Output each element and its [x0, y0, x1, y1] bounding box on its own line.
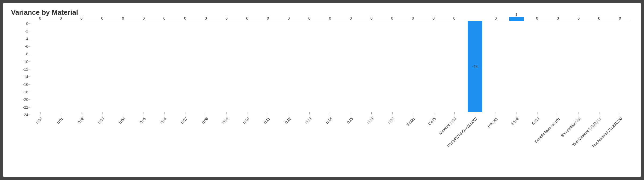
x-tick-mark [330, 112, 330, 114]
x-tick-mark [454, 112, 455, 114]
x-tick-mark [164, 112, 165, 114]
x-tick-mark [123, 112, 123, 114]
bar-slot: 0I104 [113, 18, 133, 166]
x-tick-mark [144, 112, 144, 114]
chart-title: Variance by Material [11, 8, 633, 17]
x-tick-label: I114 [325, 116, 333, 125]
x-tick-mark [185, 112, 185, 114]
x-tick-mark [247, 112, 247, 114]
x-tick-label: I111 [263, 116, 271, 125]
x-tick-label: I112 [283, 116, 292, 125]
x-tick-label: I120 [387, 116, 395, 125]
y-tick-label: -4 [25, 37, 28, 41]
x-tick-mark [40, 112, 41, 114]
bar-slot: 0I101 [50, 18, 71, 166]
x-tick-mark [289, 112, 289, 114]
chart-area: 0-2-4-6-8-10-12-14-16-18-20-22-24 0I1000… [11, 18, 633, 168]
bar-value-label: 0 [133, 16, 154, 20]
x-tick-label: I113 [304, 116, 313, 125]
bar-value-label: 0 [175, 16, 195, 20]
y-tick-label: -8 [25, 52, 28, 56]
bar-slot: 0SampleMaterial [568, 18, 589, 166]
bar-value-label: 0 [154, 16, 175, 20]
bar-slot: 0Test Material 21022111 [589, 18, 610, 166]
bar-value-label: -24 [465, 64, 485, 69]
x-tick-mark [558, 112, 558, 114]
x-tick-mark [475, 112, 475, 114]
bar-value-label: 0 [113, 16, 133, 20]
bar-slot: 054321 [402, 18, 423, 166]
bar-value-label: 0 [589, 16, 610, 20]
x-tick-label: I108 [201, 116, 209, 125]
bar-value-label: 0 [258, 16, 278, 20]
x-tick-mark [268, 112, 268, 114]
bar-slot: 0I106 [154, 18, 175, 166]
y-tick-label: -12 [23, 67, 28, 71]
bar-slot: 0I100 [30, 18, 50, 166]
bar-value-label: 0 [423, 16, 444, 20]
bar-slot: 0RACK1 [485, 18, 506, 166]
bar-value-label: 0 [71, 16, 92, 20]
x-tick-label: S102 [510, 116, 519, 126]
x-tick-mark [620, 112, 620, 114]
x-tick-mark [82, 112, 82, 114]
bar-slot: 0I105 [133, 18, 154, 166]
bar-slot: 0Test Material 211231230 [610, 18, 630, 166]
bar-value-label: 0 [278, 16, 299, 20]
x-tick-mark [226, 112, 227, 114]
bar-value-label: 0 [216, 16, 237, 20]
x-tick-label: S103 [531, 116, 540, 126]
x-tick-label: I102 [76, 116, 85, 125]
x-tick-mark [599, 112, 599, 114]
x-tick-label: I101 [56, 116, 64, 125]
bar-value-label: 0 [485, 16, 506, 20]
bar-value-label: 0 [341, 16, 361, 20]
x-tick-mark [413, 112, 413, 114]
bar-slot: 0Sample Material 101 [547, 18, 568, 166]
x-tick-mark [517, 112, 517, 114]
x-tick-label: I103 [97, 116, 105, 125]
bar-value-label: 0 [299, 16, 320, 20]
y-tick-label: -2 [25, 29, 28, 33]
y-tick-label: 0 [26, 21, 28, 26]
bar-slot: 0I118 [361, 18, 382, 166]
bar-value-label: 0 [527, 16, 547, 20]
bar-slot: 1S102 [506, 18, 527, 166]
bar [509, 17, 524, 21]
x-tick-mark [309, 112, 310, 114]
bar-slot: 0C4T5 [423, 18, 444, 166]
bar-slot: 0I113 [299, 18, 320, 166]
bar-slot: 0I108 [195, 18, 216, 166]
y-tick-label: -14 [23, 75, 28, 79]
bar-value-label: 0 [610, 16, 630, 20]
bar-value-label: 0 [547, 16, 568, 20]
x-tick-mark [206, 112, 206, 114]
window-frame: Variance by Material 0-2-4-6-8-10-12-14-… [0, 0, 644, 180]
x-tick-label: I109 [221, 116, 230, 125]
y-tick-label: -20 [23, 97, 28, 102]
bar-slot: 0I102 [71, 18, 92, 166]
x-tick-label: I100 [35, 116, 43, 125]
bar-slot: 0I110 [237, 18, 258, 166]
bar-slot: 0I115 [341, 18, 361, 166]
x-tick-label: C4T5 [427, 116, 437, 126]
y-tick-label: -10 [23, 60, 28, 64]
x-tick-mark [102, 112, 103, 114]
y-tick-label: -22 [23, 105, 28, 109]
bar-value-label: 0 [237, 16, 258, 20]
bar-slot: 0S103 [527, 18, 547, 166]
bar-value-label: 0 [382, 16, 402, 20]
bar-slot: 0I114 [320, 18, 340, 166]
bar-value-label: 0 [361, 16, 382, 20]
chart-card: Variance by Material 0-2-4-6-8-10-12-14-… [3, 3, 641, 177]
y-tick-label: -24 [23, 113, 28, 117]
bars-container: 0I1000I1010I1020I1030I1040I1050I1060I107… [30, 18, 630, 166]
x-tick-mark [579, 112, 579, 114]
bar-slot: 0Material 1102 [444, 18, 464, 166]
bar-value-label: 1 [506, 12, 527, 17]
bar-value-label: 0 [50, 16, 71, 20]
bar-value-label: 0 [30, 16, 50, 20]
bar-value-label: 0 [92, 16, 113, 20]
bar-slot: 0I107 [175, 18, 195, 166]
x-tick-mark [496, 112, 496, 114]
